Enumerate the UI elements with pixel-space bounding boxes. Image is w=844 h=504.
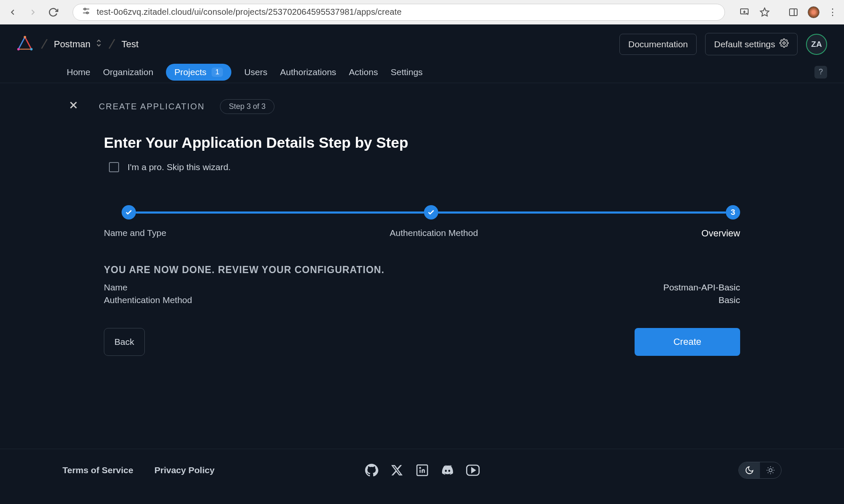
chrome-right-icons: ⋮ bbox=[738, 6, 837, 18]
back-button[interactable]: Back bbox=[104, 328, 145, 356]
youtube-icon[interactable] bbox=[466, 463, 480, 477]
svg-point-14 bbox=[783, 42, 785, 44]
footer-privacy-link[interactable]: Privacy Policy bbox=[155, 465, 214, 475]
svg-marker-8 bbox=[19, 37, 32, 49]
breadcrumb-separator-icon: / bbox=[40, 35, 48, 52]
unfold-icon bbox=[95, 38, 102, 50]
svg-line-26 bbox=[768, 468, 768, 468]
linkedin-icon[interactable] bbox=[415, 463, 429, 477]
address-bar[interactable]: test-0o6zvq.zitadel.cloud/ui/console/pro… bbox=[73, 4, 725, 21]
gear-icon bbox=[779, 38, 789, 50]
bookmark-star-icon[interactable] bbox=[759, 6, 771, 18]
skip-wizard-label: I'm a pro. Skip this wizard. bbox=[128, 162, 231, 172]
user-avatar[interactable]: ZA bbox=[806, 34, 827, 55]
footer: Terms of Service Privacy Policy bbox=[0, 449, 844, 479]
review-name-label: Name bbox=[104, 282, 128, 293]
nav-users[interactable]: Users bbox=[244, 65, 267, 80]
svg-marker-5 bbox=[760, 8, 769, 16]
back-icon[interactable] bbox=[7, 6, 19, 18]
documentation-button[interactable]: Documentation bbox=[619, 34, 697, 55]
review-name-value: Postman-API-Basic bbox=[663, 282, 740, 293]
stepper-labels: Name and Type Authentication Method Over… bbox=[104, 228, 740, 239]
avatar-initials: ZA bbox=[811, 40, 822, 49]
svg-line-31 bbox=[773, 468, 773, 468]
step-line-1 bbox=[136, 211, 424, 214]
topbar: / Postman / Test Documentation Default s… bbox=[0, 24, 844, 55]
help-button[interactable]: ? bbox=[814, 66, 827, 79]
review-auth-label: Authentication Method bbox=[104, 295, 192, 305]
breadcrumb-org-label: Postman bbox=[54, 39, 90, 50]
reload-icon[interactable] bbox=[47, 6, 59, 18]
svg-point-3 bbox=[87, 12, 88, 14]
breadcrumb-project[interactable]: Test bbox=[122, 39, 138, 50]
nav-actions[interactable]: Actions bbox=[349, 65, 378, 80]
breadcrumb-project-label: Test bbox=[122, 39, 138, 50]
chrome-menu-icon[interactable]: ⋮ bbox=[828, 7, 837, 18]
nav-organization[interactable]: Organization bbox=[103, 65, 153, 80]
svg-line-30 bbox=[768, 472, 768, 473]
breadcrumb-org[interactable]: Postman bbox=[54, 38, 102, 50]
app-root: / Postman / Test Documentation Default s… bbox=[0, 24, 844, 504]
nav-projects-label: Projects bbox=[174, 67, 206, 77]
skip-wizard-row: I'm a pro. Skip this wizard. bbox=[104, 162, 740, 172]
wizard-button-row: Back Create bbox=[104, 328, 740, 356]
nav-projects[interactable]: Projects 1 bbox=[166, 64, 231, 81]
chrome-profile-avatar[interactable] bbox=[808, 6, 820, 18]
review-row-name: Name Postman-API-Basic bbox=[104, 282, 740, 293]
svg-marker-9 bbox=[25, 37, 31, 49]
review-auth-value: Basic bbox=[719, 295, 740, 305]
breadcrumb: / Postman / Test bbox=[15, 35, 619, 54]
svg-point-23 bbox=[769, 469, 772, 471]
svg-line-27 bbox=[773, 472, 773, 473]
svg-point-11 bbox=[24, 35, 26, 38]
step-1-label: Name and Type bbox=[104, 228, 166, 239]
close-icon[interactable] bbox=[68, 99, 79, 114]
topbar-right: Documentation Default settings ZA bbox=[619, 33, 827, 55]
step-3-label: Overview bbox=[701, 228, 740, 239]
svg-point-13 bbox=[17, 48, 20, 50]
svg-point-12 bbox=[30, 48, 33, 50]
zitadel-logo-icon[interactable] bbox=[15, 35, 35, 54]
footer-tos-link[interactable]: Terms of Service bbox=[62, 465, 133, 475]
step-2-dot[interactable] bbox=[424, 205, 438, 219]
create-button-label: Create bbox=[673, 336, 701, 347]
projects-count-badge: 1 bbox=[212, 68, 223, 77]
step-3-dot[interactable]: 3 bbox=[726, 205, 740, 219]
wizard-header: CREATE APPLICATION Step 3 of 3 bbox=[0, 83, 844, 114]
url-text: test-0o6zvq.zitadel.cloud/ui/console/pro… bbox=[97, 7, 402, 17]
browser-nav-icons bbox=[7, 6, 59, 18]
svg-point-2 bbox=[84, 8, 86, 10]
theme-toggle bbox=[738, 462, 782, 479]
theme-light-option[interactable] bbox=[760, 462, 781, 478]
svg-point-19 bbox=[420, 467, 421, 468]
forward-icon[interactable] bbox=[27, 6, 39, 18]
skip-wizard-checkbox[interactable] bbox=[109, 162, 119, 172]
review-title: YOU ARE NOW DONE. REVIEW YOUR CONFIGURAT… bbox=[104, 264, 740, 276]
nav-settings[interactable]: Settings bbox=[391, 65, 423, 80]
back-button-label: Back bbox=[114, 337, 134, 347]
nav-authorizations[interactable]: Authorizations bbox=[280, 65, 336, 80]
nav-home[interactable]: Home bbox=[67, 65, 90, 80]
breadcrumb-separator-icon: / bbox=[108, 35, 116, 52]
wizard-title: CREATE APPLICATION bbox=[99, 102, 205, 111]
discord-icon[interactable] bbox=[441, 463, 454, 477]
svg-marker-10 bbox=[19, 37, 25, 49]
install-app-icon[interactable] bbox=[738, 6, 750, 18]
documentation-label: Documentation bbox=[628, 39, 688, 49]
site-settings-icon[interactable] bbox=[81, 6, 91, 18]
step-2-label: Authentication Method bbox=[390, 228, 478, 239]
footer-social bbox=[365, 463, 480, 477]
create-button[interactable]: Create bbox=[635, 328, 740, 356]
step-line-2 bbox=[438, 211, 727, 214]
theme-dark-option[interactable] bbox=[739, 462, 760, 478]
github-icon[interactable] bbox=[365, 463, 378, 477]
footer-links: Terms of Service Privacy Policy bbox=[62, 465, 214, 475]
x-twitter-icon[interactable] bbox=[390, 463, 404, 477]
svg-rect-6 bbox=[790, 9, 797, 16]
browser-chrome: test-0o6zvq.zitadel.cloud/ui/console/pro… bbox=[0, 0, 844, 24]
wizard-main: Enter Your Application Details Step by S… bbox=[0, 134, 844, 356]
step-1-dot[interactable] bbox=[122, 205, 136, 219]
panel-icon[interactable] bbox=[787, 6, 799, 18]
default-settings-button[interactable]: Default settings bbox=[705, 33, 798, 55]
main-nav: Home Organization Projects 1 Users Autho… bbox=[0, 61, 844, 83]
